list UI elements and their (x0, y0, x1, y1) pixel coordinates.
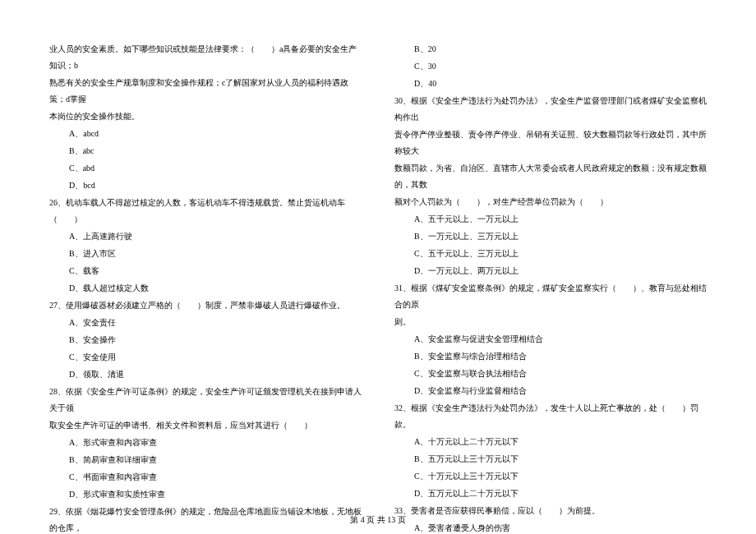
question-text: 责令停产停业整顿、责令停产停业、吊销有关证照、较大数额罚款等行政处罚，其中所称较… (394, 127, 707, 159)
question-text: 32、根据《安全生产违法行为处罚办法》，发生十人以上死亡事故的，处（ ）罚款。 (394, 400, 707, 433)
option-item: C、30 (394, 58, 707, 75)
page-footer: 第 4 页 共 13 页 (0, 514, 756, 526)
option-item: B、进入市区 (49, 246, 362, 262)
intro-line: 业人员的安全素质。如下哪些知识或技能是法律要求：（ ）a具备必要的安全生产知识；… (49, 41, 362, 74)
option-item: B、简易审查和详细审查 (49, 452, 362, 468)
option-item: D、一万元以上、两万元以上 (394, 263, 707, 279)
option-item: B、一万元以上、三万元以上 (394, 228, 707, 245)
option-item: A、安全责任 (49, 315, 362, 331)
option-item: B、20 (394, 41, 707, 58)
option-item: C、五千元以上、三万元以上 (394, 246, 707, 262)
option-item: A、abcd (49, 126, 362, 142)
option-item: D、领取、清退 (49, 366, 362, 383)
option-item: D、bcd (49, 177, 362, 194)
question-text: 31、根据《煤矿安全监察条例》的规定，煤矿安全监察实行（ ）、教育与惩处相结合的… (394, 280, 707, 313)
question-text: 取安全生产许可证的申请书、相关文件和资料后，应当对其进行（ ） (49, 417, 362, 434)
option-item: A、十万元以上二十万元以下 (394, 434, 707, 450)
option-item: B、安全监察与综合治理相结合 (394, 348, 707, 365)
option-item: C、书面审查和内容审查 (49, 469, 362, 486)
option-item: B、abc (49, 143, 362, 159)
option-item: C、abd (49, 160, 362, 177)
option-item: C、载客 (49, 263, 362, 279)
question-text: 30、根据《安全生产违法行为处罚办法》，安全生产监督管理部门或者煤矿安全监察机构… (394, 93, 707, 126)
intro-line: 本岗位的安全操作技能。 (49, 108, 362, 125)
question-text: 27、使用爆破器材必须建立严格的（ ）制度，严禁非爆破人员进行爆破作业。 (49, 297, 362, 314)
option-item: B、安全操作 (49, 332, 362, 348)
option-item: C、十万元以上三十万元以下 (394, 468, 707, 485)
question-text: 数额罚款，为省、自治区、直辖市人大常委会或者人民政府规定的数额；没有规定数额的，… (394, 160, 707, 193)
option-item: B、五万元以上三十万元以下 (394, 451, 707, 467)
question-text: 额对个人罚款为（ ），对生产经营单位罚款为（ ） (394, 194, 707, 210)
option-item: D、载人超过核定人数 (49, 280, 362, 297)
option-item: A、形式审查和内容审查 (49, 435, 362, 451)
option-item: D、40 (394, 76, 707, 92)
option-item: A、安全监察与促进安全管理相结合 (394, 331, 707, 348)
option-item: D、五万元以上二十万元以下 (394, 486, 707, 502)
question-text: 则。 (394, 314, 707, 330)
intro-line: 熟悉有关的安全生产规章制度和安全操作规程；c了解国家对从业人员的福利待遇政策；d… (49, 75, 362, 108)
question-text: 28、依据《安全生产许可证条例》的规定，安全生产许可证颁发管理机关在接到申请人关… (49, 384, 362, 417)
option-item: C、安全使用 (49, 349, 362, 366)
option-item: C、安全监察与联合执法相结合 (394, 366, 707, 382)
option-item: D、安全监察与行业监督相结合 (394, 383, 707, 399)
left-column: 业人员的安全素质。如下哪些知识或技能是法律要求：（ ）a具备必要的安全生产知识；… (49, 41, 362, 485)
option-item: A、上高速路行驶 (49, 228, 362, 245)
right-column: B、20 C、30 D、40 30、根据《安全生产违法行为处罚办法》，安全生产监… (394, 41, 707, 485)
option-item: A、五千元以上、一万元以上 (394, 211, 707, 228)
question-text: 26、机动车载人不得超过核定的人数，客运机动车不得违规载货。禁止货运机动车（ ） (49, 195, 362, 228)
option-item: D、形式审查和实质性审查 (49, 486, 362, 503)
page-container: 业人员的安全素质。如下哪些知识或技能是法律要求：（ ）a具备必要的安全生产知识；… (0, 0, 756, 509)
